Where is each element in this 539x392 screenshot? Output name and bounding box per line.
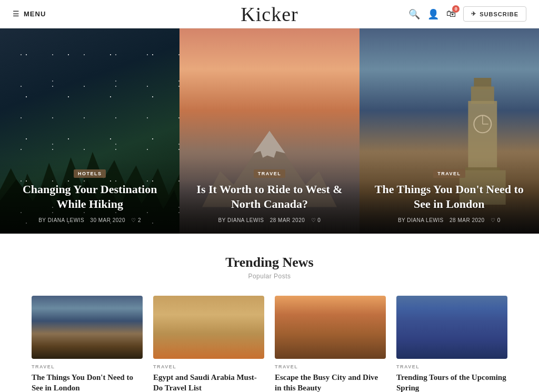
trending-header: Trending News Popular Posts (32, 255, 507, 280)
user-icon[interactable]: 👤 (427, 8, 439, 20)
trending-card-1-image (32, 296, 143, 359)
trending-card-2-title: Egypt and Saudi Arabia Must-Do Travel Li… (153, 373, 264, 392)
hero-card-3-comments: ♡ 0 (491, 217, 501, 223)
trending-card-1-title: The Things You Don't Need to See in Lond… (32, 373, 143, 392)
hero-card-3-author: BY DIANA LEWIS (398, 217, 444, 223)
hero-section: HOTELS Changing Your Destination While H… (0, 28, 539, 234)
trending-grid: TRAVEL The Things You Don't Need to See … (32, 296, 507, 392)
hero-card-2-title: Is It Worth to Ride to West & North Cana… (192, 182, 346, 212)
trending-card-1-image-bg (32, 296, 143, 359)
trending-card-3[interactable]: TRAVEL Escape the Busy City and Dive in … (275, 296, 386, 392)
trending-card-1[interactable]: TRAVEL The Things You Don't Need to See … (32, 296, 143, 392)
trending-card-2-image (153, 296, 264, 359)
hero-card-1-author: BY DIANA LEWIS (38, 217, 84, 223)
hero-card-2-author: BY DIANA LEWIS (218, 217, 264, 223)
trending-card-3-image-bg (275, 296, 386, 359)
hero-card-3-overlay: TRAVEL The Things You Don't Need to See … (360, 157, 539, 234)
trending-card-1-tag: TRAVEL (32, 364, 143, 369)
menu-label: MENU (24, 10, 46, 18)
trending-card-4-image-bg (396, 296, 507, 359)
hero-card-1-title: Changing Your Destination While Hiking (13, 182, 167, 212)
trending-card-4-image (396, 296, 507, 359)
hero-card-1-tag: HOTELS (74, 169, 106, 178)
trending-card-4[interactable]: TRAVEL Trending Tours of the Upcoming Sp… (396, 296, 507, 392)
search-icon[interactable]: 🔍 (408, 8, 420, 20)
hero-card-3-meta: BY DIANA LEWIS 28 MAR 2020 ♡ 0 (372, 217, 526, 223)
hero-card-3-tag: TRAVEL (433, 169, 465, 178)
subscribe-label: SUBSCRIBE (480, 11, 518, 17)
subscribe-icon: ✈ (471, 11, 476, 17)
hero-card-2-date: 28 MAR 2020 (270, 217, 305, 223)
trending-card-2-image-bg (153, 296, 264, 359)
trending-card-3-title: Escape the Busy City and Dive in this Be… (275, 373, 386, 392)
hero-card-1-date: 30 MAR 2020 (90, 217, 125, 223)
trending-card-3-image (275, 296, 386, 359)
hero-card-1[interactable]: HOTELS Changing Your Destination While H… (0, 28, 179, 234)
logo-area: Kicker (241, 3, 298, 26)
trending-subtitle: Popular Posts (32, 273, 507, 280)
hero-card-2-comments: ♡ 0 (311, 217, 321, 223)
hero-card-1-overlay: HOTELS Changing Your Destination While H… (0, 157, 179, 234)
trending-card-4-title: Trending Tours of the Upcoming Spring (396, 373, 507, 392)
trending-section: Trending News Popular Posts TRAVEL The T… (0, 234, 539, 392)
hero-card-3[interactable]: TRAVEL The Things You Don't Need to See … (360, 28, 539, 234)
hero-card-2-tag: TRAVEL (254, 169, 285, 178)
header-actions: 🔍 👤 🛍 0 ✈ SUBSCRIBE (408, 6, 526, 22)
trending-card-4-tag: TRAVEL (396, 364, 507, 369)
hero-card-2-overlay: TRAVEL Is It Worth to Ride to West & Nor… (179, 157, 359, 234)
hero-card-1-meta: BY DIANA LEWIS 30 MAR 2020 ♡ 2 (13, 217, 167, 223)
hero-card-3-date: 28 MAR 2020 (450, 217, 485, 223)
hamburger-icon: ☰ (13, 9, 19, 18)
hero-card-3-title: The Things You Don't Need to See in Lond… (372, 182, 526, 212)
menu-button[interactable]: ☰ MENU (13, 9, 46, 18)
trending-title: Trending News (32, 255, 507, 270)
site-logo[interactable]: Kicker (241, 3, 298, 25)
cart-wrapper[interactable]: 🛍 0 (446, 8, 456, 19)
hero-card-2[interactable]: TRAVEL Is It Worth to Ride to West & Nor… (179, 28, 359, 234)
trending-card-2[interactable]: TRAVEL Egypt and Saudi Arabia Must-Do Tr… (153, 296, 264, 392)
cart-badge: 0 (452, 5, 460, 13)
trending-card-3-tag: TRAVEL (275, 364, 386, 369)
header: ☰ MENU Kicker 🔍 👤 🛍 0 ✈ SUBSCRIBE (0, 0, 539, 28)
trending-card-2-tag: TRAVEL (153, 364, 264, 369)
subscribe-button[interactable]: ✈ SUBSCRIBE (463, 6, 526, 22)
hero-card-2-meta: BY DIANA LEWIS 28 MAR 2020 ♡ 0 (192, 217, 346, 223)
hero-card-1-comments: ♡ 2 (131, 217, 141, 223)
